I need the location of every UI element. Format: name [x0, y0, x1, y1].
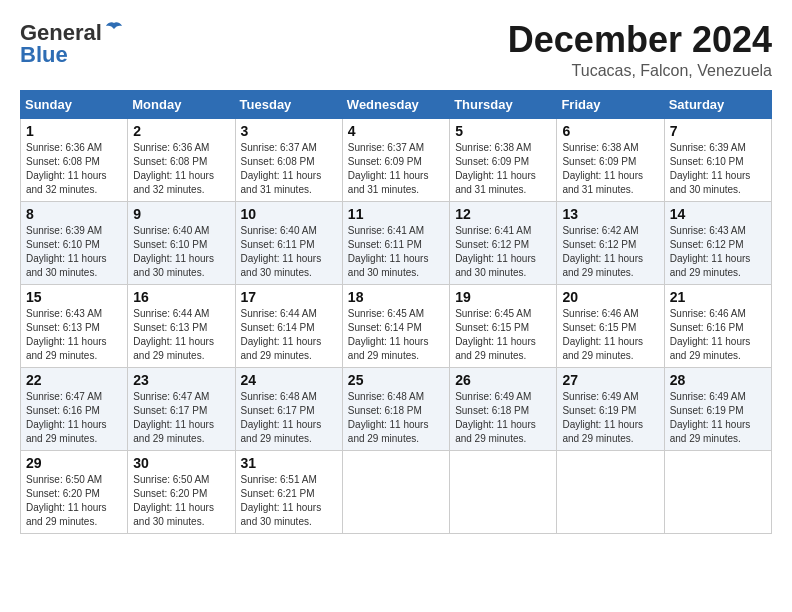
table-cell: 19 Sunrise: 6:45 AM Sunset: 6:15 PM Dayl…: [450, 284, 557, 367]
day-number: 20: [562, 289, 658, 305]
location: Tucacas, Falcon, Venezuela: [508, 62, 772, 80]
logo: General Blue: [20, 20, 124, 68]
table-cell: [557, 450, 664, 533]
calendar-row-3: 15 Sunrise: 6:43 AM Sunset: 6:13 PM Dayl…: [21, 284, 772, 367]
day-info: Sunrise: 6:39 AM Sunset: 6:10 PM Dayligh…: [26, 224, 122, 280]
table-cell: 20 Sunrise: 6:46 AM Sunset: 6:15 PM Dayl…: [557, 284, 664, 367]
table-cell: 15 Sunrise: 6:43 AM Sunset: 6:13 PM Dayl…: [21, 284, 128, 367]
table-cell: 27 Sunrise: 6:49 AM Sunset: 6:19 PM Dayl…: [557, 367, 664, 450]
day-number: 23: [133, 372, 229, 388]
table-cell: 29 Sunrise: 6:50 AM Sunset: 6:20 PM Dayl…: [21, 450, 128, 533]
table-cell: 17 Sunrise: 6:44 AM Sunset: 6:14 PM Dayl…: [235, 284, 342, 367]
day-info: Sunrise: 6:49 AM Sunset: 6:18 PM Dayligh…: [455, 390, 551, 446]
header-thursday: Thursday: [450, 90, 557, 118]
day-number: 18: [348, 289, 444, 305]
day-info: Sunrise: 6:41 AM Sunset: 6:12 PM Dayligh…: [455, 224, 551, 280]
day-info: Sunrise: 6:48 AM Sunset: 6:17 PM Dayligh…: [241, 390, 337, 446]
table-cell: 24 Sunrise: 6:48 AM Sunset: 6:17 PM Dayl…: [235, 367, 342, 450]
day-number: 5: [455, 123, 551, 139]
day-info: Sunrise: 6:38 AM Sunset: 6:09 PM Dayligh…: [455, 141, 551, 197]
table-cell: 5 Sunrise: 6:38 AM Sunset: 6:09 PM Dayli…: [450, 118, 557, 201]
day-info: Sunrise: 6:50 AM Sunset: 6:20 PM Dayligh…: [26, 473, 122, 529]
day-number: 12: [455, 206, 551, 222]
day-info: Sunrise: 6:39 AM Sunset: 6:10 PM Dayligh…: [670, 141, 766, 197]
table-cell: 6 Sunrise: 6:38 AM Sunset: 6:09 PM Dayli…: [557, 118, 664, 201]
day-info: Sunrise: 6:38 AM Sunset: 6:09 PM Dayligh…: [562, 141, 658, 197]
table-cell: 22 Sunrise: 6:47 AM Sunset: 6:16 PM Dayl…: [21, 367, 128, 450]
day-info: Sunrise: 6:41 AM Sunset: 6:11 PM Dayligh…: [348, 224, 444, 280]
table-cell: 13 Sunrise: 6:42 AM Sunset: 6:12 PM Dayl…: [557, 201, 664, 284]
day-number: 30: [133, 455, 229, 471]
day-info: Sunrise: 6:51 AM Sunset: 6:21 PM Dayligh…: [241, 473, 337, 529]
day-number: 24: [241, 372, 337, 388]
day-number: 6: [562, 123, 658, 139]
day-number: 19: [455, 289, 551, 305]
day-number: 29: [26, 455, 122, 471]
month-title: December 2024: [508, 20, 772, 60]
day-info: Sunrise: 6:37 AM Sunset: 6:09 PM Dayligh…: [348, 141, 444, 197]
table-cell: [342, 450, 449, 533]
calendar-row-5: 29 Sunrise: 6:50 AM Sunset: 6:20 PM Dayl…: [21, 450, 772, 533]
day-info: Sunrise: 6:43 AM Sunset: 6:13 PM Dayligh…: [26, 307, 122, 363]
day-number: 14: [670, 206, 766, 222]
day-info: Sunrise: 6:36 AM Sunset: 6:08 PM Dayligh…: [26, 141, 122, 197]
day-number: 21: [670, 289, 766, 305]
day-number: 17: [241, 289, 337, 305]
day-number: 8: [26, 206, 122, 222]
day-info: Sunrise: 6:45 AM Sunset: 6:14 PM Dayligh…: [348, 307, 444, 363]
day-number: 1: [26, 123, 122, 139]
table-cell: 11 Sunrise: 6:41 AM Sunset: 6:11 PM Dayl…: [342, 201, 449, 284]
header-monday: Monday: [128, 90, 235, 118]
table-cell: 8 Sunrise: 6:39 AM Sunset: 6:10 PM Dayli…: [21, 201, 128, 284]
calendar-row-1: 1 Sunrise: 6:36 AM Sunset: 6:08 PM Dayli…: [21, 118, 772, 201]
table-cell: 31 Sunrise: 6:51 AM Sunset: 6:21 PM Dayl…: [235, 450, 342, 533]
table-cell: 30 Sunrise: 6:50 AM Sunset: 6:20 PM Dayl…: [128, 450, 235, 533]
table-cell: 28 Sunrise: 6:49 AM Sunset: 6:19 PM Dayl…: [664, 367, 771, 450]
day-info: Sunrise: 6:40 AM Sunset: 6:11 PM Dayligh…: [241, 224, 337, 280]
day-number: 10: [241, 206, 337, 222]
day-info: Sunrise: 6:49 AM Sunset: 6:19 PM Dayligh…: [562, 390, 658, 446]
day-number: 7: [670, 123, 766, 139]
table-cell: 12 Sunrise: 6:41 AM Sunset: 6:12 PM Dayl…: [450, 201, 557, 284]
table-cell: 10 Sunrise: 6:40 AM Sunset: 6:11 PM Dayl…: [235, 201, 342, 284]
day-info: Sunrise: 6:44 AM Sunset: 6:14 PM Dayligh…: [241, 307, 337, 363]
logo-bird-icon: [104, 21, 124, 41]
table-cell: 23 Sunrise: 6:47 AM Sunset: 6:17 PM Dayl…: [128, 367, 235, 450]
table-cell: 26 Sunrise: 6:49 AM Sunset: 6:18 PM Dayl…: [450, 367, 557, 450]
day-info: Sunrise: 6:44 AM Sunset: 6:13 PM Dayligh…: [133, 307, 229, 363]
logo-blue: Blue: [20, 42, 68, 68]
table-cell: 21 Sunrise: 6:46 AM Sunset: 6:16 PM Dayl…: [664, 284, 771, 367]
day-info: Sunrise: 6:36 AM Sunset: 6:08 PM Dayligh…: [133, 141, 229, 197]
header-wednesday: Wednesday: [342, 90, 449, 118]
day-info: Sunrise: 6:50 AM Sunset: 6:20 PM Dayligh…: [133, 473, 229, 529]
day-info: Sunrise: 6:42 AM Sunset: 6:12 PM Dayligh…: [562, 224, 658, 280]
day-number: 26: [455, 372, 551, 388]
table-cell: [450, 450, 557, 533]
day-number: 25: [348, 372, 444, 388]
table-cell: 2 Sunrise: 6:36 AM Sunset: 6:08 PM Dayli…: [128, 118, 235, 201]
calendar-row-2: 8 Sunrise: 6:39 AM Sunset: 6:10 PM Dayli…: [21, 201, 772, 284]
title-section: December 2024 Tucacas, Falcon, Venezuela: [508, 20, 772, 80]
day-number: 3: [241, 123, 337, 139]
header-tuesday: Tuesday: [235, 90, 342, 118]
day-number: 31: [241, 455, 337, 471]
day-info: Sunrise: 6:46 AM Sunset: 6:15 PM Dayligh…: [562, 307, 658, 363]
calendar-row-4: 22 Sunrise: 6:47 AM Sunset: 6:16 PM Dayl…: [21, 367, 772, 450]
day-number: 11: [348, 206, 444, 222]
day-info: Sunrise: 6:37 AM Sunset: 6:08 PM Dayligh…: [241, 141, 337, 197]
day-info: Sunrise: 6:45 AM Sunset: 6:15 PM Dayligh…: [455, 307, 551, 363]
page-header: General Blue December 2024 Tucacas, Falc…: [20, 20, 772, 80]
day-number: 16: [133, 289, 229, 305]
day-number: 4: [348, 123, 444, 139]
day-info: Sunrise: 6:49 AM Sunset: 6:19 PM Dayligh…: [670, 390, 766, 446]
table-cell: 7 Sunrise: 6:39 AM Sunset: 6:10 PM Dayli…: [664, 118, 771, 201]
day-number: 13: [562, 206, 658, 222]
day-info: Sunrise: 6:40 AM Sunset: 6:10 PM Dayligh…: [133, 224, 229, 280]
header-friday: Friday: [557, 90, 664, 118]
header-saturday: Saturday: [664, 90, 771, 118]
table-cell: 18 Sunrise: 6:45 AM Sunset: 6:14 PM Dayl…: [342, 284, 449, 367]
day-info: Sunrise: 6:46 AM Sunset: 6:16 PM Dayligh…: [670, 307, 766, 363]
day-number: 22: [26, 372, 122, 388]
table-cell: [664, 450, 771, 533]
day-number: 2: [133, 123, 229, 139]
